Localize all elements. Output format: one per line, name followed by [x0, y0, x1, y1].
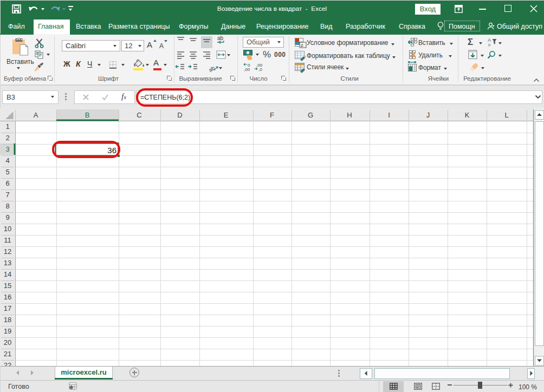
svg-text:8: 8: [5, 202, 9, 210]
svg-text:15: 15: [4, 282, 11, 290]
svg-text:D: D: [177, 111, 182, 119]
svg-text:14: 14: [4, 270, 11, 278]
svg-text:H: H: [347, 111, 352, 119]
svg-text:3: 3: [5, 145, 9, 153]
svg-text:4: 4: [5, 156, 9, 165]
svg-text:G: G: [308, 111, 313, 119]
svg-text:7: 7: [5, 191, 9, 199]
svg-text:20: 20: [4, 338, 11, 347]
svg-text:19: 19: [4, 327, 11, 335]
svg-text:L: L: [504, 111, 508, 119]
svg-text:22: 22: [4, 361, 11, 366]
svg-text:6: 6: [5, 179, 9, 187]
svg-text:F: F: [270, 111, 274, 119]
svg-text:C: C: [137, 111, 141, 119]
svg-text:ab: ab: [217, 35, 224, 41]
svg-text:9: 9: [5, 213, 9, 221]
svg-text:11: 11: [4, 236, 11, 244]
svg-text:5: 5: [5, 168, 9, 176]
svg-text:≠: ≠: [301, 43, 303, 48]
svg-text:,00: ,00: [244, 67, 250, 72]
svg-text:A: A: [34, 111, 38, 119]
svg-text:12: 12: [4, 247, 11, 256]
svg-text:B: B: [85, 111, 90, 119]
svg-text:10: 10: [4, 225, 11, 233]
svg-text:2: 2: [5, 134, 9, 142]
svg-text:ab: ab: [208, 64, 216, 73]
svg-text:21: 21: [4, 350, 11, 358]
svg-text:E: E: [224, 111, 229, 119]
svg-text:я: я: [488, 42, 491, 48]
svg-text:1: 1: [5, 122, 9, 130]
svg-text:K: K: [465, 111, 470, 119]
svg-text:16: 16: [4, 293, 11, 301]
svg-text:I: I: [388, 111, 390, 119]
svg-text:17: 17: [4, 304, 11, 312]
svg-text:13: 13: [4, 259, 11, 267]
svg-text:,0: ,0: [258, 67, 262, 72]
svg-text:18: 18: [4, 316, 11, 324]
svg-text:J: J: [426, 111, 430, 119]
